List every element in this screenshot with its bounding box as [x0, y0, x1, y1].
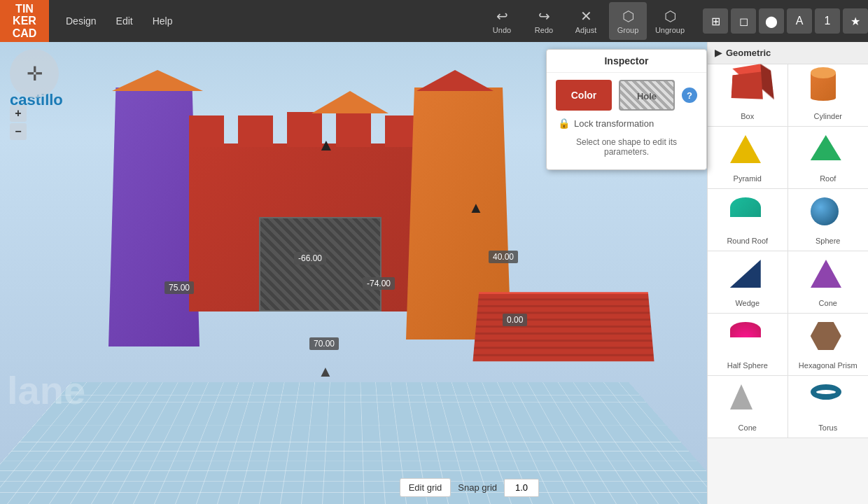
shape-label-cylinder: Cylinder [814, 112, 842, 120]
nav-menu: Design Edit Help [56, 10, 183, 32]
shape-icon-sphere [811, 197, 846, 232]
shape-grid: Box Cylinder Pyramid Roof Round Roof Sph… [708, 64, 868, 438]
shape-item-wedge[interactable]: Wedge [708, 251, 788, 314]
inspector-panel: Inspector Color Hole ? 🔒 Lock transforma… [546, 49, 707, 170]
shape-icon-cylinder [811, 73, 846, 108]
plane-watermark: lane [7, 368, 85, 413]
sidebar: ▶ Geometric Box Cylinder Pyramid Roof Ro… [707, 42, 868, 504]
snap-input[interactable] [504, 479, 539, 497]
shape-item-hexprism[interactable]: Hexagonal Prism [788, 314, 869, 376]
num-view-icon[interactable]: 1 [815, 8, 840, 34]
measure-66: -66.00 [294, 252, 326, 265]
shape-item-pyramid[interactable]: Pyramid [708, 127, 788, 189]
logo-line2: KER [13, 15, 36, 27]
shape-icon-roof [811, 135, 846, 170]
lock-row: 🔒 Lock transformation [547, 115, 706, 132]
shape-label-halfsphere: Half Sphere [727, 361, 768, 370]
shape-label-cone: Cone [819, 299, 837, 307]
tower-left-roof [112, 70, 203, 91]
inspector-help-button[interactable]: ? [682, 88, 697, 103]
shape-icon-wedge [730, 260, 765, 295]
adjust-icon: ✕ [580, 8, 592, 24]
measure-74: -74.00 [363, 277, 395, 290]
shape-icon-torus [811, 384, 846, 419]
ungroup-button[interactable]: ⬡ Ungroup [651, 2, 689, 40]
shape-item-sphere[interactable]: Sphere [788, 189, 869, 251]
hole-button[interactable]: Hole [619, 80, 675, 111]
adjust-button[interactable]: ✕ Adjust [567, 2, 605, 40]
shape-label-roundroof: Round Roof [727, 237, 768, 245]
logo[interactable]: TIN KER CAD [0, 0, 49, 42]
shape-item-roof[interactable]: Roof [788, 127, 869, 189]
section-triangle-icon: ▶ [715, 48, 722, 58]
battlement-3 [287, 112, 322, 147]
undo-label: Undo [493, 26, 511, 34]
shape-label-cone2: Cone [738, 424, 757, 432]
redo-label: Redo [535, 26, 553, 34]
undo-button[interactable]: ↩ Undo [483, 2, 521, 40]
measure-75: 75.00 [164, 281, 194, 294]
sidebar-section-label: Geometric [726, 48, 771, 58]
shape-label-hexprism: Hexagonal Prism [799, 361, 858, 370]
toolbar-center: ↩ Undo ↪ Redo ✕ Adjust ⬡ Group ⬡ Ungroup [483, 2, 689, 40]
shape-label-roof: Roof [820, 174, 836, 183]
view-icons: ⊞ ◻ ⬤ A 1 ★ [703, 8, 868, 34]
shape-item-cone[interactable]: Cone [788, 251, 869, 314]
shape-item-box[interactable]: Box [708, 64, 788, 127]
shape-item-torus[interactable]: Torus [788, 376, 869, 438]
shape-label-torus: Torus [818, 424, 837, 432]
battlement-1 [189, 115, 224, 147]
lock-label: Lock transformation [574, 118, 654, 129]
undo-icon: ↩ [496, 8, 508, 24]
measure-0: 0.00 [503, 314, 527, 326]
topbar: TIN KER CAD Design Edit Help ↩ Undo ↪ Re… [0, 0, 868, 42]
arrow-right: ▲ [468, 199, 484, 217]
text-view-icon[interactable]: A [787, 8, 812, 34]
shape-label-box: Box [741, 112, 754, 120]
adjust-label: Adjust [575, 26, 597, 34]
center-roof [312, 91, 388, 113]
color-button[interactable]: Color [556, 80, 612, 111]
shape-icon-pyramid [730, 135, 765, 170]
tower-right-roof [416, 70, 493, 91]
edit-grid-button[interactable]: Edit grid [400, 478, 451, 497]
lock-icon: 🔒 [558, 118, 570, 129]
battlement-2 [238, 115, 273, 147]
arrow-up-center: ▲ [318, 135, 335, 155]
snap-label: Snap grid [458, 482, 497, 493]
group-label: Group [617, 26, 639, 34]
nav-help[interactable]: Help [143, 10, 183, 32]
ungroup-label: Ungroup [655, 26, 685, 34]
battlement-4 [336, 112, 371, 147]
box-view-icon[interactable]: ◻ [731, 8, 756, 34]
shape-item-roundroof[interactable]: Round Roof [708, 189, 788, 251]
nav-edit[interactable]: Edit [106, 10, 143, 32]
red-platform[interactable] [472, 292, 654, 361]
redo-icon: ↪ [538, 8, 550, 24]
arrow-down: ▲ [318, 363, 333, 381]
bottom-controls: Edit grid Snap grid [400, 478, 539, 497]
shape-item-halfsphere[interactable]: Half Sphere [708, 314, 788, 376]
shape-icon-cone [811, 260, 846, 295]
shape-icon-box [730, 73, 765, 108]
grid-view-icon[interactable]: ⊞ [703, 8, 728, 34]
group-icon: ⬡ [622, 8, 634, 24]
inspector-color-row: Color Hole ? [547, 73, 706, 115]
sphere-view-icon[interactable]: ⬤ [759, 8, 784, 34]
star-view-icon[interactable]: ★ [843, 8, 868, 34]
shape-item-cylinder[interactable]: Cylinder [788, 64, 869, 127]
shape-label-wedge: Wedge [735, 299, 760, 307]
shape-icon-cone2 [730, 384, 765, 419]
ungroup-icon: ⬡ [664, 8, 676, 24]
nav-design[interactable]: Design [56, 10, 106, 32]
shape-item-cone2[interactable]: Cone [708, 376, 788, 438]
measure-40: 40.00 [489, 251, 518, 263]
shape-icon-halfsphere [730, 322, 765, 357]
shape-label-sphere: Sphere [816, 237, 840, 245]
shape-label-pyramid: Pyramid [734, 174, 762, 183]
tower-left[interactable] [108, 88, 200, 346]
measure-70: 70.00 [309, 337, 339, 350]
redo-button[interactable]: ↪ Redo [525, 2, 563, 40]
group-button[interactable]: ⬡ Group [609, 2, 647, 40]
logo-line1: TIN [15, 3, 34, 15]
